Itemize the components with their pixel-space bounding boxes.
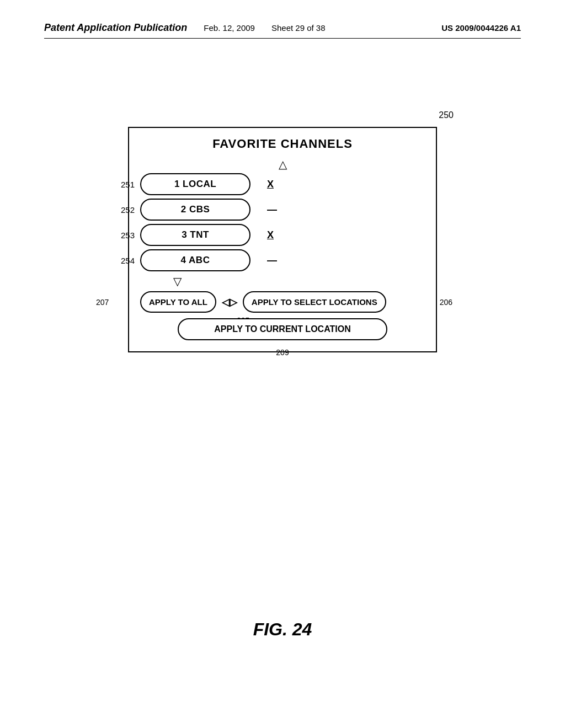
publication-date: Feb. 12, 2009 <box>204 23 255 33</box>
down-arrow-icon[interactable]: ▽ <box>140 275 425 288</box>
figure-caption: FIG. 24 <box>253 619 312 640</box>
label-252: 252 <box>102 205 135 215</box>
apply-all-button[interactable]: APPLY TO ALL <box>140 291 216 313</box>
label-207: 207 <box>96 298 109 307</box>
channel-2-mark[interactable]: — <box>267 204 278 216</box>
channel-row-4: 254 4 ABC — <box>140 249 425 271</box>
up-arrow-icon[interactable]: △ <box>140 158 425 171</box>
channel-4-abc-button[interactable]: 4 ABC <box>140 249 250 271</box>
nav-arrows[interactable]: ◁▷ <box>220 296 239 308</box>
label-251: 251 <box>102 180 135 189</box>
label-206: 206 <box>440 298 452 307</box>
label-209: 209 <box>276 348 289 357</box>
publication-title: Patent Application Publication <box>44 22 187 34</box>
apply-select-button[interactable]: APPLY TO SELECT LOCATIONS <box>243 291 386 313</box>
panel-title: FAVORITE CHANNELS <box>140 137 425 151</box>
channel-row-3: 253 3 TNT X <box>140 224 425 246</box>
channel-row-2: 252 2 CBS — <box>140 199 425 221</box>
channel-row-1: 251 1 LOCAL X <box>140 173 425 195</box>
diagram-area: 250 FAVORITE CHANNELS △ 251 1 LOCAL X 25… <box>44 110 521 352</box>
apply-current-button[interactable]: APPLY TO CURRENT LOCATION <box>178 318 387 340</box>
label-250: 250 <box>439 110 454 120</box>
label-253: 253 <box>102 231 135 240</box>
favorite-channels-panel: FAVORITE CHANNELS △ 251 1 LOCAL X 252 2 … <box>128 127 437 352</box>
channel-1-local-button[interactable]: 1 LOCAL <box>140 173 250 195</box>
channel-3-mark[interactable]: X <box>267 229 278 241</box>
channel-3-tnt-button[interactable]: 3 TNT <box>140 224 250 246</box>
channel-4-mark[interactable]: — <box>267 255 278 266</box>
page-header: Patent Application Publication Feb. 12, … <box>44 22 521 39</box>
panel-wrapper: 250 FAVORITE CHANNELS △ 251 1 LOCAL X 25… <box>128 127 437 352</box>
sheet-info: Sheet 29 of 38 <box>271 23 326 33</box>
channel-1-mark[interactable]: X <box>267 179 278 190</box>
channel-2-cbs-button[interactable]: 2 CBS <box>140 199 250 221</box>
bottom-button-row: 207 APPLY TO ALL ◁▷ APPLY TO SELECT LOCA… <box>140 291 425 313</box>
apply-current-wrapper: APPLY TO CURRENT LOCATION 209 <box>140 318 425 340</box>
label-254: 254 <box>102 256 135 265</box>
patent-number: US 2009/0044226 A1 <box>441 23 521 33</box>
